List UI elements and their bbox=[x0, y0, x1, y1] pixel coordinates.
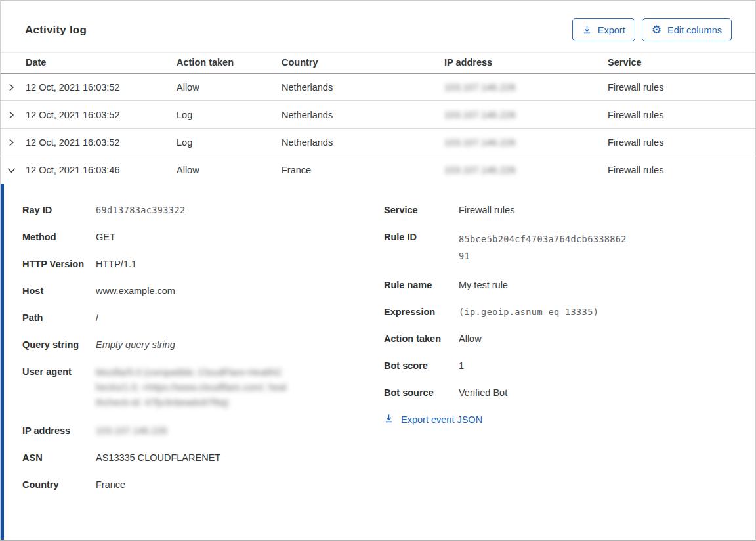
detail-field-ray-id: Ray ID 69d13783ac393322 bbox=[22, 204, 384, 217]
cell-country: Netherlands bbox=[282, 137, 444, 148]
column-header-action-taken: Action taken bbox=[177, 53, 282, 73]
column-header-service: Service bbox=[608, 53, 755, 73]
detail-right-column: Service Firewall rules Rule ID 85bce5b20… bbox=[384, 204, 755, 540]
detail-field-rule-name: Rule name My test rule bbox=[384, 278, 755, 292]
cell-date: 12 Oct, 2021 16:03:46 bbox=[26, 165, 177, 175]
table-row[interactable]: 12 Oct, 2021 16:03:52 Log Netherlands 10… bbox=[1, 129, 755, 156]
redacted-ip: 103.107.146.226 bbox=[444, 137, 516, 148]
redacted-ip: 103.107.146.226 bbox=[96, 424, 167, 437]
detail-field-asn: ASN AS13335 CLOUDFLARENET bbox=[22, 451, 384, 464]
export-button-label: Export bbox=[598, 25, 625, 35]
cell-date: 12 Oct, 2021 16:03:52 bbox=[26, 137, 177, 148]
detail-field-service: Service Firewall rules bbox=[384, 204, 755, 217]
redacted-ip: 103.107.146.226 bbox=[444, 110, 516, 120]
redacted-user-agent: Mozilla/5.0 (compatible; CloudFlare-Heal… bbox=[96, 365, 287, 410]
gear-icon: ⚙ bbox=[652, 24, 662, 35]
detail-field-ip-address: IP address 103.107.146.226 bbox=[22, 424, 384, 437]
cell-action-taken: Log bbox=[177, 110, 282, 120]
detail-field-rule-id: Rule ID 85bce5b204cf4703a764dcb633886291 bbox=[384, 230, 755, 265]
chevron-right-icon[interactable] bbox=[1, 110, 26, 119]
cell-service: Firewall rules bbox=[608, 110, 755, 120]
cell-action-taken: Log bbox=[177, 137, 282, 148]
cell-action-taken: Allow bbox=[177, 82, 282, 93]
chevron-down-icon[interactable] bbox=[1, 165, 26, 175]
table-row-expanded[interactable]: 12 Oct, 2021 16:03:46 Allow France 103.1… bbox=[1, 156, 755, 184]
column-header-country: Country bbox=[282, 53, 444, 73]
redacted-ip: 103.107.146.226 bbox=[444, 165, 516, 175]
activity-log-page: { "page": { "title": "Activity log" }, "… bbox=[0, 0, 756, 541]
cell-service: Firewall rules bbox=[608, 137, 755, 148]
cell-country: France bbox=[282, 165, 444, 175]
column-header-ip-address: IP address bbox=[444, 53, 608, 73]
detail-field-method: Method GET bbox=[22, 230, 384, 244]
export-event-json-link[interactable]: Export event JSON bbox=[384, 414, 482, 425]
detail-field-http-version: HTTP Version HTTP/1.1 bbox=[22, 257, 384, 270]
event-detail-panel: Ray ID 69d13783ac393322 Method GET HTTP … bbox=[1, 184, 755, 540]
detail-field-query-string: Query string Empty query string bbox=[22, 338, 384, 351]
detail-field-user-agent: User agent Mozilla/5.0 (compatible; Clou… bbox=[22, 365, 384, 410]
detail-field-expression: Expression (ip.geoip.asnum eq 13335) bbox=[384, 305, 755, 318]
export-button[interactable]: Export bbox=[572, 18, 635, 41]
cell-service: Firewall rules bbox=[608, 165, 755, 175]
edit-columns-button[interactable]: ⚙ Edit columns bbox=[642, 18, 732, 41]
cell-service: Firewall rules bbox=[608, 82, 755, 93]
cell-country: Netherlands bbox=[282, 110, 444, 120]
titlebar: Activity log Export ⚙ Edit columns bbox=[1, 1, 755, 52]
table-header: Date Action taken Country IP address Ser… bbox=[1, 52, 755, 74]
detail-field-country: Country France bbox=[22, 478, 384, 491]
detail-field-action-taken: Action taken Allow bbox=[384, 332, 755, 345]
chevron-right-icon[interactable] bbox=[1, 138, 26, 147]
download-icon bbox=[582, 25, 592, 35]
export-event-json-label: Export event JSON bbox=[401, 414, 482, 425]
detail-field-bot-source: Bot source Verified Bot bbox=[384, 386, 755, 399]
download-icon bbox=[384, 414, 394, 425]
cell-date: 12 Oct, 2021 16:03:52 bbox=[26, 110, 177, 120]
toolbar: Export ⚙ Edit columns bbox=[572, 18, 732, 41]
cell-country: Netherlands bbox=[282, 82, 444, 93]
table-row[interactable]: 12 Oct, 2021 16:03:52 Log Netherlands 10… bbox=[1, 101, 755, 129]
redacted-ip: 103.107.146.226 bbox=[444, 82, 516, 93]
chevron-right-icon[interactable] bbox=[1, 83, 26, 92]
cell-action-taken: Allow bbox=[177, 165, 282, 175]
detail-field-path: Path / bbox=[22, 311, 384, 324]
column-header-date: Date bbox=[26, 53, 177, 73]
cell-date: 12 Oct, 2021 16:03:52 bbox=[26, 82, 177, 93]
detail-left-column: Ray ID 69d13783ac393322 Method GET HTTP … bbox=[22, 204, 384, 540]
edit-columns-button-label: Edit columns bbox=[667, 25, 722, 35]
page-title: Activity log bbox=[25, 24, 87, 37]
detail-field-host: Host www.example.com bbox=[22, 284, 384, 297]
table-row[interactable]: 12 Oct, 2021 16:03:52 Allow Netherlands … bbox=[1, 74, 755, 101]
detail-field-bot-score: Bot score 1 bbox=[384, 359, 755, 372]
